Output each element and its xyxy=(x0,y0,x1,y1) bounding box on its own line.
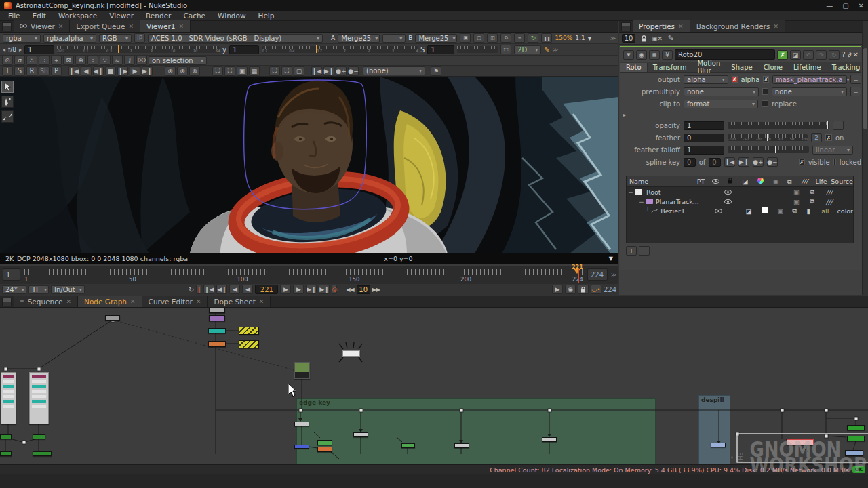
saturation-slider[interactable] xyxy=(457,46,498,53)
close-icon[interactable]: ✕ xyxy=(66,298,72,305)
goto-start-icon[interactable]: ❙◀ xyxy=(203,285,214,294)
node-selected-pink[interactable] xyxy=(787,439,814,445)
remove-key-icon[interactable]: ⌦ xyxy=(136,56,147,65)
menu-viewer[interactable]: Viewer xyxy=(104,12,139,20)
fstop-value[interactable]: f/8 xyxy=(8,46,16,53)
node-green-r2[interactable] xyxy=(847,436,865,441)
view-mode-dropdown[interactable]: 2D▾ xyxy=(514,45,541,54)
premult-equals-button[interactable]: = xyxy=(850,87,861,96)
tab-clone[interactable]: Clone xyxy=(758,63,788,72)
pause-updates-icon[interactable]: ❚❚ xyxy=(541,33,552,43)
ruler-collapse-icon[interactable]: ≫ xyxy=(611,272,616,278)
ripple-edit-icon[interactable]: ≈ xyxy=(112,56,123,65)
maximize-icon[interactable]: ▢ xyxy=(842,2,848,9)
full-frame-icon[interactable]: ▢ xyxy=(473,33,484,43)
lock-panels-icon[interactable] xyxy=(638,34,649,43)
opacity-anim-button[interactable] xyxy=(833,121,844,130)
node-graph-canvas[interactable]: edge key despill xyxy=(0,308,868,464)
node-green-l1[interactable] xyxy=(0,434,12,439)
output-equals-button[interactable]: = xyxy=(850,75,861,84)
max-panels-field[interactable]: 10 xyxy=(622,34,635,43)
center-node-icon[interactable]: ◉ xyxy=(636,50,647,60)
collapse-toolbar-icon[interactable]: ≫ xyxy=(610,35,616,41)
goto-end-icon[interactable]: ▶❙ xyxy=(142,66,153,76)
proxy-scale[interactable]: 1:1 xyxy=(575,35,585,41)
stabilize-view-icon[interactable]: ▣ xyxy=(237,66,248,76)
output-dropdown[interactable]: alpha▾ xyxy=(684,75,728,84)
clipto-dropdown[interactable]: format▾ xyxy=(684,100,758,108)
next-fstop-icon[interactable]: ▸ xyxy=(19,47,22,53)
overlay-toggle[interactable]: ▣ xyxy=(793,188,810,196)
node-teal[interactable] xyxy=(208,328,226,333)
flag-icon[interactable]: ⚑ xyxy=(431,66,441,76)
spline-tool[interactable] xyxy=(1,110,14,123)
prev-keyframe-icon[interactable]: ◀❙ xyxy=(216,285,227,294)
redo-icon[interactable]: ↷ xyxy=(816,50,827,60)
tab-dope-sheet[interactable]: Dope Sheet ✕ xyxy=(208,296,271,307)
splinekey-total-field[interactable]: 0 xyxy=(709,158,721,167)
track-range-icon[interactable]: ⛶ xyxy=(269,66,280,76)
color-box[interactable] xyxy=(762,207,777,215)
visible-checkbox[interactable]: ✗ xyxy=(799,159,805,165)
clone-toggle[interactable]: ⧉ xyxy=(810,197,826,205)
key-add-icon[interactable]: ●+ xyxy=(753,157,764,167)
close-icon[interactable]: ✕ xyxy=(130,298,136,305)
premult-mask-checkbox[interactable] xyxy=(762,88,768,95)
jump-fwd-icon[interactable]: ▶▶ xyxy=(372,287,380,293)
gamma-slider[interactable]: 0.10.40.71234 xyxy=(262,46,418,53)
viewer-colorspace-dropdown[interactable]: ACES 1.0 - SDR Video (sRGB - Display)▾ xyxy=(148,34,323,43)
tab-curve-editor[interactable]: Curve Editor ✕ xyxy=(142,296,208,307)
node-name-field[interactable]: Roto20 xyxy=(675,49,775,60)
fps-dropdown[interactable]: 24*▾ xyxy=(2,285,26,294)
playblast-icon[interactable]: ▶ xyxy=(552,285,563,294)
overlay-toggle[interactable]: ▣ xyxy=(793,198,810,205)
premult-mask-dropdown[interactable]: none▾ xyxy=(772,87,847,96)
menu-file[interactable]: File xyxy=(3,12,26,20)
edit-panels-icon[interactable]: ✎ xyxy=(665,34,676,43)
bezier-pen-tool[interactable] xyxy=(1,96,14,108)
node-gray-top[interactable] xyxy=(209,308,225,313)
tab-lifetime[interactable]: Lifetime xyxy=(788,63,827,72)
inout-dropdown[interactable]: In/Out▾ xyxy=(51,285,85,294)
revert-icon[interactable]: ↻ xyxy=(829,50,840,60)
scale-button[interactable]: S xyxy=(14,66,25,76)
menu-render[interactable]: Render xyxy=(140,12,176,20)
node-blue-ek[interactable] xyxy=(294,445,309,449)
clear-fwd-icon[interactable]: ⊗ xyxy=(189,66,200,76)
node-gray-ek2[interactable] xyxy=(353,432,368,437)
rotate-button[interactable]: R xyxy=(26,66,37,76)
eye-icon[interactable] xyxy=(724,199,732,204)
node-gray-ek1[interactable] xyxy=(294,422,309,426)
eye-icon[interactable] xyxy=(715,209,722,214)
goto-end-icon[interactable]: ▶❙ xyxy=(319,285,330,294)
input-process-button[interactable]: IP xyxy=(134,33,145,43)
mask-checkbox[interactable]: ✗ xyxy=(763,76,769,83)
mb-toggle[interactable]: /// xyxy=(826,198,842,205)
refresh-icon[interactable]: ↻ xyxy=(528,33,538,43)
menu-window[interactable]: Window xyxy=(212,12,251,20)
close-icon[interactable]: ✕ xyxy=(259,298,264,305)
gain-slider[interactable]: 0.010.10.313103064 xyxy=(57,46,220,53)
next-keyframe-icon[interactable]: ▶❙ xyxy=(306,285,317,294)
jump-back-icon[interactable]: ◀◀ xyxy=(346,287,354,293)
node-orange-ek[interactable] xyxy=(317,447,332,452)
group-stack-1[interactable] xyxy=(1,372,16,424)
translate-button[interactable]: T xyxy=(2,66,13,76)
feather-falloff-handle-field[interactable]: 2 xyxy=(811,133,822,142)
close-icon[interactable]: ✕ xyxy=(178,23,184,30)
premultiply-dropdown[interactable]: none▾ xyxy=(684,87,759,96)
goto-start-icon[interactable]: ❙◀ xyxy=(68,66,79,76)
tab-export-queue[interactable]: Export Queue ✕ xyxy=(70,20,140,32)
add-shape-button[interactable]: + xyxy=(626,246,637,256)
pivot-icon[interactable]: ⊕ xyxy=(75,56,86,65)
preset-dropdown[interactable]: (none)▾ xyxy=(363,66,425,75)
tab-transform[interactable]: Transform xyxy=(648,63,692,72)
play-backward-icon[interactable]: ◀ xyxy=(229,285,240,294)
link-shapes-icon[interactable]: σ xyxy=(14,56,25,65)
playhead-marker[interactable] xyxy=(574,269,580,274)
splinekey-field[interactable]: 0 xyxy=(684,158,696,167)
menu-edit[interactable]: Edit xyxy=(27,12,52,20)
fit-selection-icon[interactable]: ⛶ xyxy=(224,66,235,76)
layer-dropdown[interactable]: rgba.alpha▾ xyxy=(43,34,96,43)
node-dot-selected[interactable] xyxy=(342,350,360,357)
